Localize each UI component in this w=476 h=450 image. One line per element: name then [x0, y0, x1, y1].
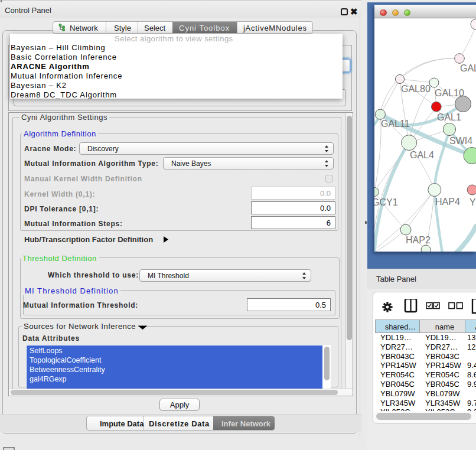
svg-text:HAP2: HAP2	[406, 235, 431, 245]
svg-text:GAL11: GAL11	[381, 119, 410, 129]
svg-text:YJ: YJ	[470, 197, 476, 207]
svg-text:SWI4: SWI4	[449, 136, 472, 146]
svg-text:GAL1: GAL1	[437, 112, 461, 122]
svg-text:GAL80: GAL80	[401, 84, 431, 94]
svg-text:GAL4: GAL4	[410, 150, 434, 160]
svg-text:GAL10: GAL10	[435, 88, 464, 98]
svg-text:HAP4: HAP4	[435, 197, 460, 207]
svg-text:GAL7: GAL7	[460, 63, 476, 73]
svg-text:GCY1: GCY1	[374, 197, 398, 207]
